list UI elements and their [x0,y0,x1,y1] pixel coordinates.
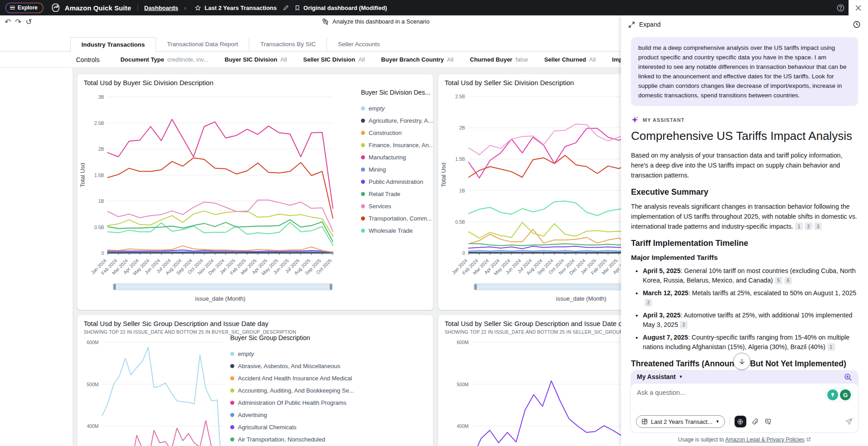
breadcrumb-dashboards-link[interactable]: Dashboards [144,5,178,11]
sheet-tab[interactable]: Transactional Data Report [156,37,249,51]
history-clock-icon[interactable] [853,20,861,29]
explore-button[interactable]: Explore [5,3,43,13]
legend-swatch [361,155,365,159]
legend-item[interactable]: Air Transportation, Nonscheduled [230,433,355,446]
x-axis-title: issue_date (Month) [108,295,333,302]
legend-swatch [361,106,365,110]
assistant-selector[interactable]: My Assistant [637,373,676,380]
exec-summary-heading: Executive Summary [631,187,858,197]
ask-question-input[interactable] [637,389,795,396]
legend-swatch [361,216,365,221]
legend-swatch [361,168,365,172]
grammarly-widget[interactable]: G [825,388,853,402]
implemented-heading: Major Implemented Tariffs [631,254,858,262]
citation-chip[interactable]: 1 [795,222,803,230]
chart-card-buyer-sic-division: Total Usd by Buyer Sic Division Descript… [77,74,433,310]
help-icon[interactable] [836,4,845,12]
assistant-input-dock: My Assistant ▼ G Last 2 Years Tr [631,370,859,432]
scroll-to-bottom-button[interactable] [733,353,750,370]
edit-pencil-icon[interactable] [283,5,289,11]
explore-label: Explore [18,5,38,11]
dataset-chip-label: Last 2 Years Transact... [651,418,712,425]
quick-suite-logo-icon[interactable] [51,3,61,13]
svg-text:Total Usd: Total Usd [79,163,86,187]
controls-title: Controls [76,56,100,63]
legend-item[interactable]: Transportation, Comm... [361,212,433,225]
close-panel-button[interactable] [849,0,868,15]
topbar-divider [138,4,138,11]
redo-button[interactable]: ↷ [15,18,21,27]
citation-chip[interactable]: 2 [645,299,652,307]
legend-item[interactable]: Finance, Insurance, An... [361,139,433,151]
exec-summary-text: The analysis reveals significant changes… [631,201,858,231]
expand-panel-button[interactable]: Expand [628,21,660,28]
send-icon [845,417,853,426]
legend-item[interactable]: Manufacturing [361,151,433,163]
sheet-tab[interactable]: Seller Accounts [327,37,391,51]
filter-control[interactable]: Seller ChurnedAll [544,56,596,63]
legend-item[interactable]: Administration Of Public Health Programs [230,397,355,409]
legend-item[interactable]: Construction [361,127,433,139]
open-in-chat-icon[interactable] [844,373,852,381]
legend-item[interactable]: Wholesale Trade [361,225,433,237]
legend-item[interactable]: Mining [361,163,433,176]
legend-swatch [361,131,365,135]
date-range-slider[interactable] [113,283,333,290]
caret-down-icon: ▼ [679,374,683,379]
citation-chip[interactable]: 5 [775,277,783,284]
web-search-toggle[interactable] [735,416,746,427]
citation-chip[interactable]: 3 [814,222,822,230]
assistant-conversation[interactable]: build me a deep comprehensive analysis o… [621,34,868,370]
tariff-bullet: August 7, 2025: Country-specific tariffs… [636,333,858,352]
legend-swatch [230,376,234,380]
top-bar: Explore Amazon Quick Suite Dashboards › … [0,0,868,15]
legend-item[interactable]: Advertising [230,409,355,421]
grammarly-g-icon: G [840,389,851,400]
svg-text:2.5B: 2.5B [94,120,104,126]
reset-button[interactable]: ↺ [26,18,32,27]
breadcrumb-dashboard-name[interactable]: Last 2 Years Transactions [204,5,276,11]
prompt-template-button[interactable] [764,418,772,425]
expand-icon [628,21,635,28]
legend-item[interactable]: Agricultural Chemicals [230,421,355,433]
filter-control[interactable]: Buyer SIC DivisionAll [225,56,287,63]
divider [730,417,730,426]
citation-chip[interactable]: 1 [827,343,835,351]
svg-text:3B: 3B [98,94,104,100]
svg-text:1.5B: 1.5B [455,156,465,162]
sheet-tab[interactable]: Industry Transactions [70,37,156,52]
dataset-chip[interactable]: Last 2 Years Transact... ▼ [636,415,725,428]
legend-item[interactable]: Public Administration [361,176,433,188]
analyze-scenario-button[interactable]: Analyze this dashboard in a Scenario [322,18,430,25]
legend-item[interactable]: Accounting, Auditing, And Bookkeeping Se… [230,384,355,397]
legend-swatch [230,364,234,368]
filter-control[interactable]: Document Typecreditnote, inv... [120,56,208,63]
chevron-right-icon: › [184,5,186,11]
citation-chip[interactable]: 2 [680,321,688,329]
legend-item[interactable]: empty [361,102,433,115]
legend-swatch [361,204,365,208]
legend-item[interactable]: empty [230,348,355,360]
filter-control[interactable]: Buyer Branch CountryAll [381,56,454,63]
citation-chip[interactable]: 6 [784,277,792,284]
filter-control[interactable]: Seller SIC DivisionAll [303,56,365,63]
legend-item[interactable]: Retail Trade [361,188,433,200]
sheet-tab[interactable]: Transactions By SIC [249,37,327,51]
legend-item[interactable]: Abrasive, Asbestos, And Miscellaneous [230,360,355,372]
svg-text:0.5B: 0.5B [94,225,104,230]
svg-text:600M: 600M [457,340,469,345]
send-button[interactable] [845,417,853,426]
undo-button[interactable]: ↶ [5,18,11,27]
breadcrumb-document-name[interactable]: Original dashboard (Modified) [304,5,387,11]
citation-chip[interactable]: 2 [805,222,812,230]
attach-file-button[interactable] [752,418,759,425]
svg-text:0.5B: 0.5B [455,219,465,225]
star-icon[interactable] [194,5,201,11]
legend-item[interactable]: Services [361,200,433,212]
bookmark-icon[interactable] [294,5,300,11]
legal-policies-link[interactable]: Amazon Legal & Privacy Policies [725,436,804,443]
filter-control[interactable]: Churned Buyerfalse [470,56,528,63]
legend-item[interactable]: Accident And Health Insurance And Medica… [230,372,355,384]
paperclip-icon [752,418,759,425]
legend-item[interactable]: Agriculture, Forestry, A... [361,115,433,127]
